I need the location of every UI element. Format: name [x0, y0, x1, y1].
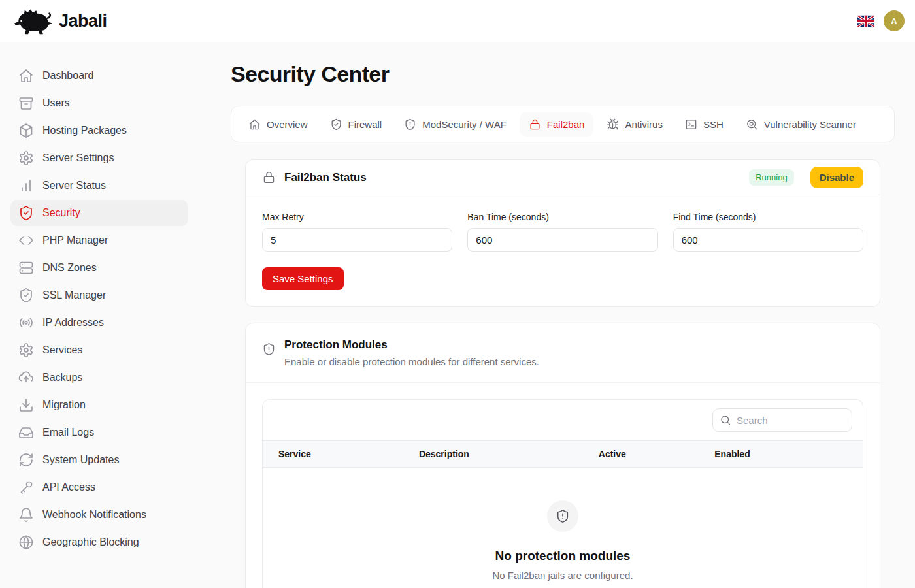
top-header: Jabali A [0, 0, 915, 42]
home-icon [248, 118, 261, 131]
max-retry-label: Max Retry [262, 212, 452, 222]
column-enabled: Enabled [714, 449, 847, 459]
uk-flag-icon[interactable] [857, 15, 874, 27]
modules-card-title: Protection Modules [284, 338, 539, 351]
empty-state-title: No protection modules [495, 549, 631, 563]
shield-alert-icon [404, 118, 416, 131]
download-icon [18, 397, 34, 413]
lock-icon [262, 171, 276, 184]
page-title: Security Center [231, 61, 895, 87]
search-icon [720, 414, 731, 426]
sidebar-item-php-manager[interactable]: PHP Manager [10, 227, 188, 253]
sidebar-item-server-settings[interactable]: Server Settings [10, 145, 188, 171]
find-time-label: Find Time (seconds) [673, 212, 863, 222]
empty-state-icon-circle [547, 500, 578, 532]
sidebar-item-server-status[interactable]: Server Status [10, 172, 188, 199]
home-icon [18, 68, 34, 84]
ban-time-field: Ban Time (seconds) [467, 212, 657, 252]
package-icon [18, 123, 34, 139]
lock-icon [529, 118, 541, 131]
archive-icon [18, 95, 34, 111]
tab-ssh[interactable]: SSH [676, 112, 733, 137]
sidebar-item-ip-addresses[interactable]: IP Addresses [10, 310, 188, 336]
tab-fail2ban[interactable]: Fail2ban [520, 112, 594, 137]
ban-time-label: Ban Time (seconds) [467, 212, 657, 222]
brand-name: Jabali [59, 11, 107, 31]
bar-chart-icon [18, 178, 34, 193]
search-box [712, 408, 852, 432]
shield-alert-icon [262, 342, 276, 356]
shield-check-icon [18, 205, 34, 221]
tab-firewall[interactable]: Firewall [321, 112, 391, 137]
column-description: Description [419, 449, 599, 459]
sidebar-item-webhook-notifications[interactable]: Webhook Notifications [10, 502, 188, 528]
cloud-upload-icon [18, 370, 34, 385]
sidebar-item-users[interactable]: Users [10, 90, 188, 116]
tab-vulnerability-scanner[interactable]: Vulnerability Scanner [737, 112, 865, 137]
search-input[interactable] [712, 408, 852, 432]
terminal-icon [685, 118, 697, 131]
sidebar-item-geographic-blocking[interactable]: Geographic Blocking [10, 529, 188, 555]
shield-check-icon [330, 118, 342, 131]
boar-logo-icon [13, 7, 54, 35]
sidebar-item-dns-zones[interactable]: DNS Zones [10, 255, 188, 281]
inbox-icon [18, 425, 34, 440]
tab-antivirus[interactable]: Antivirus [597, 112, 672, 137]
find-time-input[interactable] [673, 228, 863, 252]
tab-modsecurity-waf[interactable]: ModSecurity / WAF [395, 112, 516, 137]
max-retry-input[interactable] [262, 228, 452, 252]
find-time-field: Find Time (seconds) [673, 212, 863, 252]
modules-table: Service Description Active Enabled No pr… [262, 399, 863, 588]
sidebar-item-migration[interactable]: Migration [10, 392, 188, 418]
protection-modules-card: Protection Modules Enable or disable pro… [245, 323, 880, 588]
max-retry-field: Max Retry [262, 212, 452, 252]
modules-card-subtitle: Enable or disable protection modules for… [284, 356, 539, 367]
shield-check-icon [18, 287, 34, 303]
status-badge: Running [749, 169, 793, 186]
table-header-row: Service Description Active Enabled [263, 440, 863, 468]
status-card-title: Fail2ban Status [284, 171, 367, 184]
empty-state-message: No Fail2ban jails are configured. [492, 570, 633, 581]
main-content: Security Center Overview Firewall ModSec… [199, 42, 915, 588]
scan-search-icon [746, 118, 758, 131]
column-active: Active [599, 449, 714, 459]
sidebar-item-ssl-manager[interactable]: SSL Manager [10, 282, 188, 308]
bell-icon [18, 507, 34, 523]
radio-icon [18, 315, 34, 331]
save-settings-button[interactable]: Save Settings [262, 267, 344, 290]
shield-alert-icon [556, 509, 570, 523]
code-icon [18, 233, 34, 248]
fail2ban-status-card: Fail2ban Status Running Disable Max Retr… [245, 159, 880, 307]
disable-button[interactable]: Disable [810, 167, 863, 188]
refresh-icon [18, 452, 34, 468]
brand-logo[interactable]: Jabali [10, 7, 107, 35]
sidebar-item-hosting-packages[interactable]: Hosting Packages [10, 118, 188, 144]
globe-icon [18, 534, 34, 550]
empty-state: No protection modules No Fail2ban jails … [263, 468, 863, 588]
server-icon [18, 260, 34, 276]
sidebar-item-email-logs[interactable]: Email Logs [10, 419, 188, 446]
gear-icon [18, 150, 34, 166]
sidebar-item-api-access[interactable]: API Access [10, 474, 188, 500]
sidebar: Dashboard Users Hosting Packages Server … [0, 42, 199, 588]
gear-icon [18, 342, 34, 358]
sidebar-item-backups[interactable]: Backups [10, 365, 188, 391]
sidebar-item-system-updates[interactable]: System Updates [10, 447, 188, 473]
security-tabs: Overview Firewall ModSecurity / WAF Fail… [231, 106, 895, 142]
key-icon [18, 480, 34, 495]
sidebar-item-services[interactable]: Services [10, 337, 188, 363]
avatar[interactable]: A [884, 10, 905, 31]
tab-overview[interactable]: Overview [239, 112, 317, 137]
column-service: Service [278, 449, 419, 459]
bug-icon [607, 118, 619, 131]
sidebar-item-security[interactable]: Security [10, 200, 188, 226]
ban-time-input[interactable] [467, 228, 657, 252]
sidebar-item-dashboard[interactable]: Dashboard [10, 63, 188, 89]
